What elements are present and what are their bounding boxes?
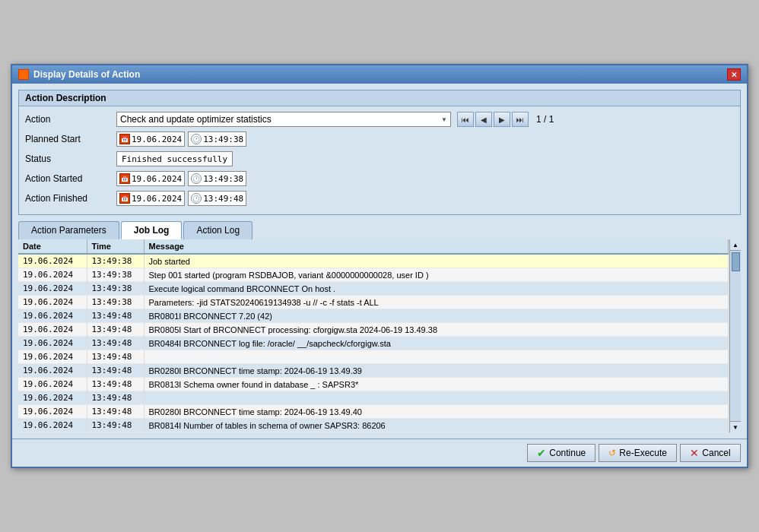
planned-start-date: 19.06.2024 <box>132 135 182 144</box>
action-row: Action Check and update optimizer statis… <box>25 111 734 128</box>
nav-first-button[interactable]: ⏮ <box>457 112 474 127</box>
vertical-scrollbar[interactable]: ▲ ▼ <box>729 239 741 432</box>
action-started-label: Action Started <box>25 173 116 184</box>
planned-start-label: Planned Start <box>25 134 116 144</box>
table-row: 19.06.202413:49:48BR0280I BRCONNECT time… <box>18 405 729 419</box>
reexecute-icon: ↺ <box>608 448 616 458</box>
nav-prev-button[interactable]: ◀ <box>475 112 492 127</box>
scroll-down-button[interactable]: ▼ <box>730 421 741 432</box>
cell-date: 19.06.2024 <box>18 378 87 391</box>
cell-date: 19.06.2024 <box>18 419 87 432</box>
action-text: Check and update optimizer statistics <box>120 114 272 125</box>
tab-action-parameters[interactable]: Action Parameters <box>18 221 119 239</box>
cell-message: Execute logical command BRCONNECT On hos… <box>144 282 729 296</box>
cell-time: 13:49:48 <box>87 323 144 337</box>
cell-date: 19.06.2024 <box>18 364 87 378</box>
cell-message: Step 001 started (program RSDBAJOB, vari… <box>144 268 729 282</box>
calendar-icon-2: 📅 <box>119 173 130 184</box>
table-row: 19.06.202413:49:48BR0814I Number of tabl… <box>18 419 729 432</box>
tab-job-log[interactable]: Job Log <box>121 221 183 239</box>
cell-date: 19.06.2024 <box>18 337 87 350</box>
action-started-date: 19.06.2024 <box>132 174 182 184</box>
cancel-button[interactable]: ✕ Cancel <box>680 444 741 462</box>
action-finished-label: Action Finished <box>25 193 116 204</box>
tabs-container: Action Parameters Job Log Action Log <box>18 221 741 239</box>
bottom-bar: ✔ Continue ↺ Re-Execute ✕ Cancel <box>12 439 747 467</box>
action-value-container: Check and update optimizer statistics ▼ … <box>116 112 734 127</box>
scroll-up-button[interactable]: ▲ <box>730 239 741 251</box>
continue-button[interactable]: ✔ Continue <box>527 444 595 462</box>
status-field: Finished successfully <box>116 151 233 166</box>
section-title: Action Description <box>19 90 740 106</box>
cell-message: BR0814I Number of tables in schema of ow… <box>144 419 729 432</box>
log-scroll-area[interactable]: Date Time Message 19.06.202413:49:38Job … <box>18 239 729 432</box>
clock-icon-2: 🕐 <box>191 173 202 184</box>
action-finished-time: 13:49:48 <box>203 194 243 204</box>
cell-date: 19.06.2024 <box>18 268 87 282</box>
status-label: Status <box>25 154 116 164</box>
table-row: 19.06.202413:49:38Execute logical comman… <box>18 282 729 296</box>
tab-action-log[interactable]: Action Log <box>183 221 252 239</box>
table-row: 19.06.202413:49:48BR0484I BRCONNECT log … <box>18 337 729 350</box>
calendar-icon-3: 📅 <box>119 193 130 204</box>
status-value-container: Finished successfully <box>116 151 734 166</box>
table-header-row: Date Time Message <box>18 239 729 254</box>
dialog-body: Action Description Action Check and upda… <box>12 84 747 439</box>
cell-message: BR0280I BRCONNECT time stamp: 2024-06-19… <box>144 405 729 419</box>
table-row: 19.06.202413:49:48BR0805I Start of BRCON… <box>18 323 729 337</box>
planned-start-date-field[interactable]: 📅 19.06.2024 <box>116 131 185 147</box>
cell-date: 19.06.2024 <box>18 350 87 364</box>
cell-time: 13:49:48 <box>87 350 144 364</box>
nav-last-button[interactable]: ⏭ <box>512 112 529 127</box>
status-text: Finished successfully <box>122 154 227 164</box>
action-started-time-field[interactable]: 🕐 13:49:38 <box>188 171 246 186</box>
action-started-time: 13:49:38 <box>203 174 243 184</box>
title-bar-left: Display Details of Action <box>18 69 140 80</box>
cell-date: 19.06.2024 <box>18 323 87 337</box>
cell-time: 13:49:48 <box>87 364 144 378</box>
planned-start-value: 📅 19.06.2024 🕐 13:49:38 <box>116 131 734 147</box>
reexecute-button[interactable]: ↺ Re-Execute <box>599 444 677 462</box>
cell-time: 13:49:48 <box>87 309 144 323</box>
action-started-row: Action Started 📅 19.06.2024 🕐 13:49:38 <box>25 170 734 187</box>
planned-start-time-field[interactable]: 🕐 13:49:38 <box>188 131 246 147</box>
section-content: Action Check and update optimizer statis… <box>19 106 740 214</box>
action-description-section: Action Description Action Check and upda… <box>18 90 741 215</box>
action-finished-date: 19.06.2024 <box>132 194 182 204</box>
header-message: Message <box>144 239 729 254</box>
cell-message: BR0805I Start of BRCONNECT processing: c… <box>144 323 729 337</box>
cell-message: BR0280I BRCONNECT time stamp: 2024-06-19… <box>144 364 729 378</box>
nav-next-button[interactable]: ▶ <box>494 112 510 127</box>
cell-date: 19.06.2024 <box>18 296 87 309</box>
action-started-date-field[interactable]: 📅 19.06.2024 <box>116 171 185 186</box>
action-finished-time-field[interactable]: 🕐 13:49:48 <box>188 191 246 206</box>
table-row: 19.06.202413:49:38Job started <box>18 254 729 268</box>
cell-message <box>144 350 729 364</box>
nav-buttons: ⏮ ◀ ▶ ⏭ <box>457 112 529 127</box>
calendar-icon: 📅 <box>119 134 130 144</box>
cell-date: 19.06.2024 <box>18 309 87 323</box>
table-row: 19.06.202413:49:48BR0801I BRCONNECT 7.20… <box>18 309 729 323</box>
scroll-thumb[interactable] <box>732 252 740 271</box>
cell-time: 13:49:48 <box>87 378 144 391</box>
cell-message: BR0813I Schema owner found in database _… <box>144 378 729 391</box>
cell-time: 13:49:48 <box>87 419 144 432</box>
cell-time: 13:49:48 <box>87 337 144 350</box>
log-table: Date Time Message 19.06.202413:49:38Job … <box>18 239 729 432</box>
close-button[interactable]: ✕ <box>727 68 741 81</box>
dialog-title: Display Details of Action <box>33 69 140 80</box>
table-row: 19.06.202413:49:48BR0813I Schema owner f… <box>18 378 729 391</box>
action-finished-date-field[interactable]: 📅 19.06.2024 <box>116 191 185 206</box>
header-time: Time <box>87 239 144 254</box>
table-row: 19.06.202413:49:48 <box>18 391 729 405</box>
checkmark-icon: ✔ <box>537 447 546 459</box>
cell-message: BR0801I BRCONNECT 7.20 (42) <box>144 309 729 323</box>
table-row: 19.06.202413:49:48BR0280I BRCONNECT time… <box>18 364 729 378</box>
cell-date: 19.06.2024 <box>18 254 87 268</box>
table-row: 19.06.202413:49:38Step 001 started (prog… <box>18 268 729 282</box>
table-row: 19.06.202413:49:48 <box>18 350 729 364</box>
cell-time: 13:49:38 <box>87 296 144 309</box>
cell-time: 13:49:48 <box>87 405 144 419</box>
dialog-window: Display Details of Action ✕ Action Descr… <box>11 64 748 468</box>
action-dropdown[interactable]: Check and update optimizer statistics ▼ <box>116 112 451 127</box>
